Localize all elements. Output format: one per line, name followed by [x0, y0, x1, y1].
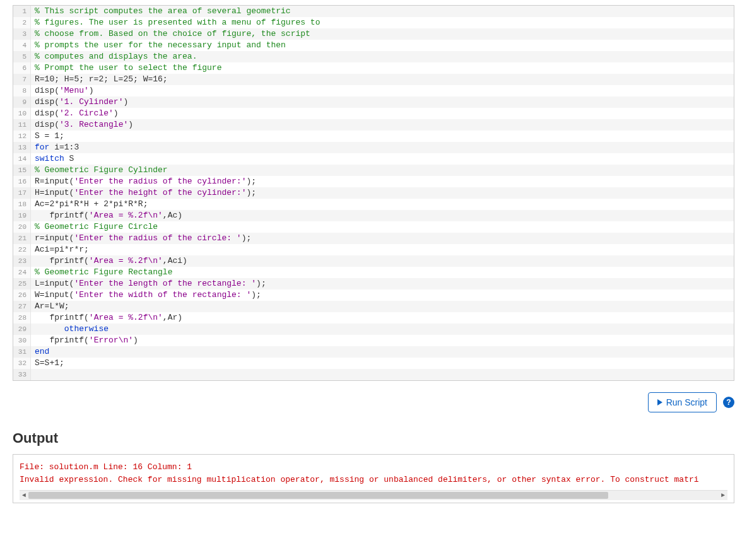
- line-number: 18: [13, 199, 31, 210]
- code-line[interactable]: 32S=S+1;: [13, 358, 734, 369]
- code-content[interactable]: % Prompt the user to select the figure: [31, 62, 221, 74]
- code-content[interactable]: [31, 369, 35, 380]
- code-content[interactable]: % choose from. Based on the choice of fi…: [31, 28, 310, 40]
- line-number: 25: [13, 278, 31, 289]
- code-line[interactable]: 24% Geometric Figure Rectangle: [13, 267, 734, 278]
- code-line[interactable]: 22Aci=pi*r*r;: [13, 244, 734, 255]
- code-line[interactable]: 11disp('3. Rectangle'): [13, 119, 734, 131]
- code-content[interactable]: disp('2. Circle'): [31, 108, 119, 119]
- code-content[interactable]: fprintf('Error\n'): [31, 335, 138, 346]
- code-line[interactable]: 19 fprintf('Area = %.2f\n',Ac): [13, 210, 734, 221]
- code-line[interactable]: 9disp('1. Cylinder'): [13, 96, 734, 108]
- code-content[interactable]: % This script computes the area of sever…: [31, 6, 291, 17]
- code-content[interactable]: W=input('Enter the width of the rectangl…: [31, 289, 261, 301]
- code-content[interactable]: H=input('Enter the height of the cylinde…: [31, 187, 256, 199]
- code-line[interactable]: 29 otherwise: [13, 324, 734, 335]
- code-content[interactable]: switch S: [31, 153, 74, 165]
- line-number: 10: [13, 108, 31, 119]
- code-line[interactable]: 16R=input('Enter the radius of the cylin…: [13, 176, 734, 187]
- code-editor[interactable]: 1% This script computes the area of seve…: [13, 5, 734, 381]
- line-number: 4: [13, 40, 31, 51]
- play-icon: [657, 399, 662, 405]
- code-line[interactable]: 1% This script computes the area of seve…: [13, 6, 734, 17]
- code-content[interactable]: disp('1. Cylinder'): [31, 96, 128, 108]
- code-line[interactable]: 10disp('2. Circle'): [13, 108, 734, 119]
- code-content[interactable]: Ar=L*W;: [31, 301, 69, 312]
- line-number: 22: [13, 244, 31, 255]
- code-content[interactable]: for i=1:3: [31, 142, 79, 153]
- code-line[interactable]: 8disp('Menu'): [13, 85, 734, 96]
- code-line[interactable]: 21r=input('Enter the radius of the circl…: [13, 233, 734, 244]
- code-content[interactable]: % Geometric Figure Circle: [31, 221, 158, 233]
- output-horizontal-scrollbar[interactable]: ◄ ►: [20, 490, 727, 500]
- code-line[interactable]: 17H=input('Enter the height of the cylin…: [13, 187, 734, 199]
- code-line[interactable]: 6% Prompt the user to select the figure: [13, 62, 734, 74]
- code-content[interactable]: % Geometric Figure Cylinder: [31, 165, 168, 176]
- code-line[interactable]: 4% prompts the user for the necessary in…: [13, 40, 734, 51]
- scroll-track[interactable]: [28, 491, 719, 500]
- scroll-right-icon[interactable]: ►: [719, 491, 727, 500]
- line-number: 15: [13, 165, 31, 176]
- code-line[interactable]: 30 fprintf('Error\n'): [13, 335, 734, 346]
- code-content[interactable]: R=input('Enter the radius of the cylinde…: [31, 176, 256, 187]
- output-line: Invalid expression. Check for missing mu…: [20, 474, 727, 486]
- code-content[interactable]: disp('3. Rectangle'): [31, 119, 133, 131]
- line-number: 20: [13, 221, 31, 233]
- code-content[interactable]: fprintf('Area = %.2f\n',Ac): [31, 210, 182, 221]
- code-line[interactable]: 7R=10; H=5; r=2; L=25; W=16;: [13, 74, 734, 85]
- scroll-left-icon[interactable]: ◄: [20, 491, 28, 500]
- code-content[interactable]: fprintf('Area = %.2f\n',Aci): [31, 255, 187, 267]
- code-line[interactable]: 31end: [13, 346, 734, 358]
- line-number: 26: [13, 289, 31, 301]
- code-content[interactable]: % computes and displays the area.: [31, 51, 197, 62]
- code-content[interactable]: r=input('Enter the radius of the circle:…: [31, 233, 251, 244]
- code-content[interactable]: otherwise: [31, 324, 109, 335]
- code-line[interactable]: 26W=input('Enter the width of the rectan…: [13, 289, 734, 301]
- line-number: 7: [13, 74, 31, 85]
- code-line[interactable]: 33: [13, 369, 734, 380]
- line-number: 16: [13, 176, 31, 187]
- line-number: 8: [13, 85, 31, 96]
- line-number: 32: [13, 358, 31, 369]
- code-content[interactable]: end: [31, 346, 49, 358]
- line-number: 14: [13, 153, 31, 165]
- line-number: 12: [13, 131, 31, 142]
- code-line[interactable]: 5% computes and displays the area.: [13, 51, 734, 62]
- code-line[interactable]: 25L=input('Enter the length of the recta…: [13, 278, 734, 289]
- code-line[interactable]: 2% figures. The user is presented with a…: [13, 17, 734, 28]
- code-content[interactable]: L=input('Enter the length of the rectang…: [31, 278, 266, 289]
- help-icon[interactable]: ?: [723, 397, 734, 408]
- line-number: 30: [13, 335, 31, 346]
- line-number: 5: [13, 51, 31, 62]
- code-line[interactable]: 13for i=1:3: [13, 142, 734, 153]
- code-line[interactable]: 15% Geometric Figure Cylinder: [13, 165, 734, 176]
- code-line[interactable]: 3% choose from. Based on the choice of f…: [13, 28, 734, 40]
- code-content[interactable]: Ac=2*pi*R*H + 2*pi*R*R;: [31, 199, 148, 210]
- code-line[interactable]: 12S = 1;: [13, 131, 734, 142]
- code-content[interactable]: S = 1;: [31, 131, 64, 142]
- code-content[interactable]: S=S+1;: [31, 358, 64, 369]
- code-line[interactable]: 18Ac=2*pi*R*H + 2*pi*R*R;: [13, 199, 734, 210]
- scroll-thumb[interactable]: [28, 492, 608, 499]
- line-number: 3: [13, 28, 31, 40]
- code-line[interactable]: 14switch S: [13, 153, 734, 165]
- line-number: 29: [13, 324, 31, 335]
- line-number: 21: [13, 233, 31, 244]
- code-line[interactable]: 20% Geometric Figure Circle: [13, 221, 734, 233]
- line-number: 11: [13, 119, 31, 131]
- code-line[interactable]: 28 fprintf('Area = %.2f\n',Ar): [13, 312, 734, 324]
- line-number: 6: [13, 62, 31, 74]
- line-number: 9: [13, 96, 31, 108]
- line-number: 19: [13, 210, 31, 221]
- code-line[interactable]: 27Ar=L*W;: [13, 301, 734, 312]
- code-content[interactable]: % Geometric Figure Rectangle: [31, 267, 172, 278]
- code-line[interactable]: 23 fprintf('Area = %.2f\n',Aci): [13, 255, 734, 267]
- code-content[interactable]: R=10; H=5; r=2; L=25; W=16;: [31, 74, 168, 85]
- code-content[interactable]: disp('Menu'): [31, 85, 94, 96]
- line-number: 24: [13, 267, 31, 278]
- code-content[interactable]: Aci=pi*r*r;: [31, 244, 89, 255]
- code-content[interactable]: fprintf('Area = %.2f\n',Ar): [31, 312, 182, 324]
- run-script-button[interactable]: Run Script: [648, 392, 717, 412]
- code-content[interactable]: % prompts the user for the necessary inp…: [31, 40, 286, 51]
- code-content[interactable]: % figures. The user is presented with a …: [31, 17, 320, 28]
